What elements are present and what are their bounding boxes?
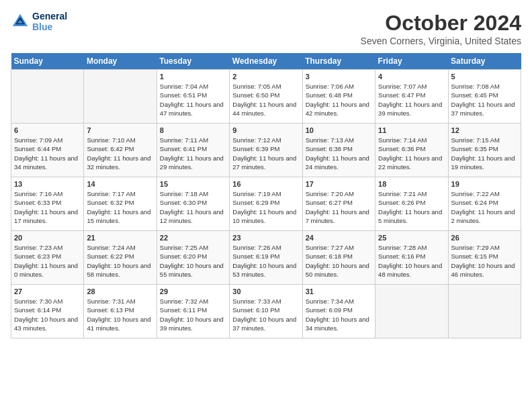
calendar-cell: 10 Sunrise: 7:13 AM Sunset: 6:38 PM Dayl… — [302, 124, 375, 177]
daylight-text: Daylight: 11 hours and 10 minutes. — [232, 208, 299, 226]
sunrise-text: Sunrise: 7:10 AM — [87, 136, 153, 144]
day-number: 31 — [306, 287, 372, 295]
sunrise-text: Sunrise: 7:22 AM — [451, 189, 518, 198]
sunset-text: Sunset: 6:24 PM — [451, 198, 518, 207]
sunrise-text: Sunrise: 7:18 AM — [160, 189, 226, 198]
sunrise-text: Sunrise: 7:23 AM — [14, 243, 81, 252]
daylight-text: Daylight: 11 hours and 47 minutes. — [160, 100, 226, 118]
sunset-text: Sunset: 6:20 PM — [160, 252, 226, 261]
calendar-cell: 13 Sunrise: 7:16 AM Sunset: 6:33 PM Dayl… — [11, 177, 84, 231]
day-number: 16 — [232, 180, 299, 188]
sunset-text: Sunset: 6:47 PM — [378, 91, 445, 99]
calendar-cell — [84, 70, 157, 124]
sunrise-text: Sunrise: 7:27 AM — [306, 243, 372, 252]
day-number: 10 — [306, 126, 372, 134]
sunrise-text: Sunrise: 7:17 AM — [87, 189, 153, 198]
day-detail: Sunrise: 7:12 AM Sunset: 6:39 PM Dayligh… — [232, 136, 299, 171]
sunset-text: Sunset: 6:26 PM — [378, 198, 445, 207]
sunrise-text: Sunrise: 7:08 AM — [451, 82, 518, 91]
col-header-thursday: Thursday — [302, 53, 375, 70]
calendar-cell: 9 Sunrise: 7:12 AM Sunset: 6:39 PM Dayli… — [230, 124, 302, 177]
calendar-cell — [448, 285, 521, 338]
sunset-text: Sunset: 6:13 PM — [87, 306, 153, 314]
day-detail: Sunrise: 7:34 AM Sunset: 6:09 PM Dayligh… — [306, 297, 372, 332]
daylight-text: Daylight: 11 hours and 29 minutes. — [160, 154, 226, 172]
day-detail: Sunrise: 7:07 AM Sunset: 6:47 PM Dayligh… — [378, 82, 445, 118]
sunset-text: Sunset: 6:33 PM — [14, 198, 81, 207]
sunrise-text: Sunrise: 7:04 AM — [160, 82, 226, 91]
sunset-text: Sunset: 6:18 PM — [306, 252, 372, 261]
calendar-cell: 3 Sunrise: 7:06 AM Sunset: 6:48 PM Dayli… — [302, 70, 375, 124]
logo-icon — [11, 12, 30, 31]
calendar-cell — [11, 70, 84, 124]
sunset-text: Sunset: 6:48 PM — [306, 91, 372, 99]
day-detail: Sunrise: 7:14 AM Sunset: 6:36 PM Dayligh… — [378, 136, 445, 171]
sunset-text: Sunset: 6:35 PM — [451, 144, 518, 153]
sunrise-text: Sunrise: 7:29 AM — [451, 243, 518, 252]
day-number: 29 — [160, 287, 226, 295]
calendar-cell: 31 Sunrise: 7:34 AM Sunset: 6:09 PM Dayl… — [302, 285, 375, 338]
calendar-cell: 23 Sunrise: 7:26 AM Sunset: 6:19 PM Dayl… — [230, 231, 302, 285]
calendar-cell: 17 Sunrise: 7:20 AM Sunset: 6:27 PM Dayl… — [302, 177, 375, 231]
daylight-text: Daylight: 10 hours and 58 minutes. — [87, 261, 153, 279]
daylight-text: Daylight: 11 hours and 39 minutes. — [378, 100, 445, 118]
daylight-text: Daylight: 11 hours and 44 minutes. — [232, 100, 299, 118]
sunset-text: Sunset: 6:36 PM — [378, 144, 445, 153]
sunset-text: Sunset: 6:45 PM — [451, 91, 518, 99]
col-header-tuesday: Tuesday — [157, 53, 229, 70]
day-detail: Sunrise: 7:09 AM Sunset: 6:44 PM Dayligh… — [14, 136, 81, 171]
day-number: 13 — [14, 180, 81, 188]
daylight-text: Daylight: 11 hours and 34 minutes. — [14, 154, 81, 172]
day-detail: Sunrise: 7:22 AM Sunset: 6:24 PM Dayligh… — [451, 189, 518, 225]
sunrise-text: Sunrise: 7:20 AM — [306, 189, 372, 198]
daylight-text: Daylight: 11 hours and 24 minutes. — [306, 154, 372, 172]
daylight-text: Daylight: 10 hours and 41 minutes. — [87, 315, 153, 333]
calendar-cell: 26 Sunrise: 7:29 AM Sunset: 6:15 PM Dayl… — [448, 231, 521, 285]
day-detail: Sunrise: 7:21 AM Sunset: 6:26 PM Dayligh… — [378, 189, 445, 225]
sunrise-text: Sunrise: 7:26 AM — [232, 243, 299, 252]
day-number: 2 — [232, 73, 299, 81]
day-number: 26 — [451, 234, 518, 242]
daylight-text: Daylight: 10 hours and 34 minutes. — [306, 315, 372, 333]
sunrise-text: Sunrise: 7:34 AM — [306, 297, 372, 306]
day-detail: Sunrise: 7:25 AM Sunset: 6:20 PM Dayligh… — [160, 243, 226, 279]
daylight-text: Daylight: 11 hours and 2 minutes. — [451, 208, 518, 226]
day-detail: Sunrise: 7:06 AM Sunset: 6:48 PM Dayligh… — [306, 82, 372, 118]
sunset-text: Sunset: 6:32 PM — [87, 198, 153, 207]
day-detail: Sunrise: 7:31 AM Sunset: 6:13 PM Dayligh… — [87, 297, 153, 332]
day-number: 8 — [160, 126, 226, 134]
title-block: October 2024 Seven Corners, Virginia, Un… — [361, 11, 521, 46]
day-number: 9 — [232, 126, 299, 134]
daylight-text: Daylight: 11 hours and 12 minutes. — [160, 208, 226, 226]
calendar-header-row: SundayMondayTuesdayWednesdayThursdayFrid… — [11, 53, 521, 70]
daylight-text: Daylight: 10 hours and 55 minutes. — [160, 261, 226, 279]
day-detail: Sunrise: 7:10 AM Sunset: 6:42 PM Dayligh… — [87, 136, 153, 171]
calendar-cell: 14 Sunrise: 7:17 AM Sunset: 6:32 PM Dayl… — [84, 177, 157, 231]
sunrise-text: Sunrise: 7:06 AM — [306, 82, 372, 91]
day-detail: Sunrise: 7:04 AM Sunset: 6:51 PM Dayligh… — [160, 82, 226, 118]
calendar-cell: 11 Sunrise: 7:14 AM Sunset: 6:36 PM Dayl… — [375, 124, 448, 177]
calendar-cell: 27 Sunrise: 7:30 AM Sunset: 6:14 PM Dayl… — [11, 285, 84, 338]
day-number: 11 — [378, 126, 445, 134]
sunrise-text: Sunrise: 7:13 AM — [306, 136, 372, 144]
calendar-cell: 8 Sunrise: 7:11 AM Sunset: 6:41 PM Dayli… — [157, 124, 229, 177]
daylight-text: Daylight: 10 hours and 39 minutes. — [160, 315, 226, 333]
day-number: 20 — [14, 234, 81, 242]
sunset-text: Sunset: 6:51 PM — [160, 91, 226, 99]
day-number: 19 — [451, 180, 518, 188]
calendar-body: 1 Sunrise: 7:04 AM Sunset: 6:51 PM Dayli… — [11, 70, 521, 338]
location: Seven Corners, Virginia, United States — [361, 36, 521, 46]
sunrise-text: Sunrise: 7:11 AM — [160, 136, 226, 144]
day-number: 21 — [87, 234, 153, 242]
calendar-week-row: 1 Sunrise: 7:04 AM Sunset: 6:51 PM Dayli… — [11, 70, 521, 124]
calendar-cell: 29 Sunrise: 7:32 AM Sunset: 6:11 PM Dayl… — [157, 285, 229, 338]
calendar-cell: 15 Sunrise: 7:18 AM Sunset: 6:30 PM Dayl… — [157, 177, 229, 231]
day-detail: Sunrise: 7:05 AM Sunset: 6:50 PM Dayligh… — [232, 82, 299, 118]
sunrise-text: Sunrise: 7:15 AM — [451, 136, 518, 144]
day-detail: Sunrise: 7:08 AM Sunset: 6:45 PM Dayligh… — [451, 82, 518, 118]
day-detail: Sunrise: 7:15 AM Sunset: 6:35 PM Dayligh… — [451, 136, 518, 171]
day-detail: Sunrise: 7:17 AM Sunset: 6:32 PM Dayligh… — [87, 189, 153, 225]
day-detail: Sunrise: 7:23 AM Sunset: 6:23 PM Dayligh… — [14, 243, 81, 279]
sunset-text: Sunset: 6:11 PM — [160, 306, 226, 314]
calendar-cell: 4 Sunrise: 7:07 AM Sunset: 6:47 PM Dayli… — [375, 70, 448, 124]
